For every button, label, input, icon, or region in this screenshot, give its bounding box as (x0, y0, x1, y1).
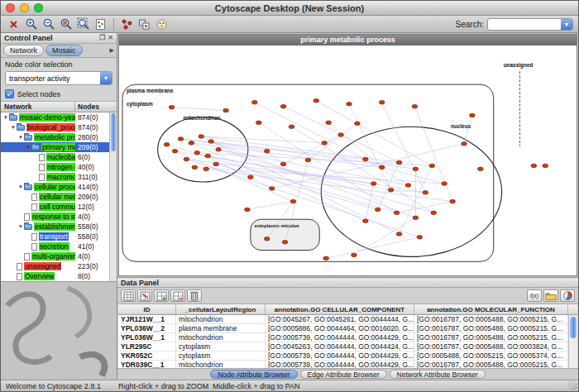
network-node[interactable] (323, 256, 329, 261)
table-row[interactable]: YKR052Ccytoplasm[GO:0005739, GO:0044444,… (118, 351, 577, 361)
trash-icon[interactable] (187, 289, 202, 302)
network-edge[interactable] (172, 108, 227, 111)
close-panel-icon[interactable]: ✕ (108, 35, 113, 41)
search-dropdown-icon[interactable]: ▼ (561, 19, 572, 30)
network-node[interactable] (413, 216, 419, 220)
network-node[interactable] (192, 165, 198, 170)
tree-item-response-to-stimulus[interactable]: response to stimulus4(0) (1, 212, 117, 222)
expand-arrow-icon[interactable]: ▼ (18, 184, 24, 189)
network-node[interactable] (347, 102, 352, 106)
network-node[interactable] (531, 164, 537, 168)
chart-icon[interactable] (560, 289, 575, 302)
column-header-cellularlayoutregion[interactable]: _cellularLayoutRegion (176, 304, 266, 314)
attribute-select[interactable]: transporter activity ▼ (5, 71, 112, 85)
network-edge[interactable] (247, 202, 294, 210)
table-row[interactable]: YLR295Ccytoplasm[GO:0045263, GO:0044444,… (118, 342, 577, 351)
tab-edge-attribute-browser[interactable]: Edge Attribute Browser (300, 370, 387, 379)
network-node[interactable] (248, 175, 254, 179)
search-input[interactable]: ▼ (487, 18, 573, 31)
network-edge[interactable] (259, 122, 397, 213)
column-header-annotation-go-molecular-function[interactable]: annotation.GO MOLECULAR_FUNCTION (414, 304, 568, 314)
tree-item-establishment-of-l[interactable]: ▼establishment of l558(0) (1, 222, 117, 232)
expand-arrow-icon[interactable]: ▼ (3, 115, 9, 120)
network-node[interactable] (417, 236, 423, 240)
network-node[interactable] (280, 104, 286, 108)
network-node[interactable] (442, 182, 447, 186)
zoom-fit-icon[interactable] (75, 17, 91, 31)
network-node[interactable] (178, 137, 184, 141)
network-edge[interactable] (180, 139, 266, 151)
resize-grip[interactable] (568, 381, 577, 390)
network-node[interactable] (470, 113, 476, 117)
network-node[interactable] (208, 140, 214, 144)
expand-arrow-icon[interactable]: ▼ (18, 135, 24, 140)
import-attributes-icon[interactable] (543, 289, 558, 302)
table-row[interactable]: YJR121W__1mitochondrion[GO:0045267, GO:0… (118, 315, 577, 324)
tree-item-secretion[interactable]: secretion41(0) (1, 241, 117, 251)
tree-item-multi-organism-pro[interactable]: multi-organism pro4(0) (1, 251, 117, 261)
network-node[interactable] (280, 162, 286, 166)
network-canvas[interactable]: plasma membranecytoplasmmitochondrionnuc… (119, 45, 577, 275)
network-node[interactable] (289, 125, 294, 129)
network-node[interactable] (290, 199, 296, 203)
search-text-input[interactable] (488, 19, 557, 29)
tab-node-attribute-browser[interactable]: Node Attribute Browser (210, 370, 297, 379)
tree-item-macromolecule[interactable]: macromolecule311(0) (1, 172, 117, 182)
network-node[interactable] (213, 162, 219, 166)
tab-network-attribute-browser[interactable]: Network Attribute Browser (390, 370, 486, 379)
table-row[interactable]: YDR039C__1mitochondrion[GO:0005739, GO:0… (118, 361, 577, 368)
network-node[interactable] (450, 199, 456, 203)
network-node[interactable] (352, 253, 357, 257)
first-neighbors-icon[interactable] (119, 17, 135, 31)
delete-attribute-icon[interactable] (170, 289, 185, 302)
network-edge[interactable] (326, 237, 419, 259)
network-node[interactable] (429, 164, 435, 168)
network-node[interactable] (326, 121, 332, 125)
vizmapper-icon[interactable] (154, 17, 170, 31)
network-node[interactable] (245, 208, 251, 212)
network-node[interactable] (189, 141, 194, 146)
network-node[interactable] (216, 147, 222, 151)
network-edge[interactable] (397, 202, 453, 213)
zoom-in-icon[interactable] (23, 17, 39, 31)
network-edge[interactable] (216, 164, 378, 209)
tree-item-cellular-process[interactable]: ▼cellular process414(0) (1, 182, 117, 192)
network-node[interactable] (423, 191, 428, 195)
network-edge[interactable] (464, 115, 472, 143)
tree-item-biological-process[interactable]: ▼biological_process874(0) (1, 122, 117, 132)
network-edge[interactable] (175, 151, 294, 202)
network-node[interactable] (412, 104, 418, 108)
select-nodes-checkbox[interactable]: ✓ (5, 89, 14, 98)
network-node[interactable] (184, 157, 189, 161)
network-node[interactable] (164, 143, 170, 147)
network-merge-icon[interactable] (136, 17, 152, 31)
window-titlebar[interactable]: Cytoscape Desktop (New Session) (1, 1, 578, 16)
tab-overflow-arrow-icon[interactable]: ▶ (110, 47, 114, 54)
network-edge[interactable] (284, 143, 325, 165)
table-row[interactable]: YPL036W__2plasma membrane[GO:0005886, GO… (118, 324, 577, 333)
network-node[interactable] (543, 164, 548, 168)
select-attributes-icon[interactable] (121, 289, 136, 302)
network-node[interactable] (313, 99, 319, 103)
network-node[interactable] (256, 121, 262, 125)
network-view-title[interactable]: primary metabolic process (119, 35, 577, 45)
network-node[interactable] (405, 184, 411, 188)
network-edge[interactable] (354, 218, 415, 255)
tab-network[interactable]: Network (3, 45, 44, 56)
network-node[interactable] (462, 142, 467, 146)
network-edge[interactable] (272, 144, 464, 189)
graphics-details-icon[interactable] (93, 17, 108, 31)
network-node[interactable] (264, 237, 270, 241)
destroy-network-icon[interactable] (6, 17, 22, 31)
tree-item-cell-communicati[interactable]: cell communicati12(0) (1, 202, 117, 212)
attribute-dropdown-icon[interactable]: ▼ (100, 72, 112, 84)
network-node[interactable] (396, 160, 402, 165)
network-node[interactable] (379, 165, 385, 170)
network-node[interactable] (371, 182, 376, 186)
expand-arrow-icon[interactable]: ▼ (26, 145, 31, 150)
network-edge[interactable] (366, 184, 374, 221)
network-node[interactable] (363, 157, 369, 161)
select-nodes-option[interactable]: ✓ Select nodes (1, 87, 117, 101)
network-node[interactable] (269, 187, 275, 191)
tree-item-overview[interactable]: Overview8(0) (1, 271, 117, 281)
